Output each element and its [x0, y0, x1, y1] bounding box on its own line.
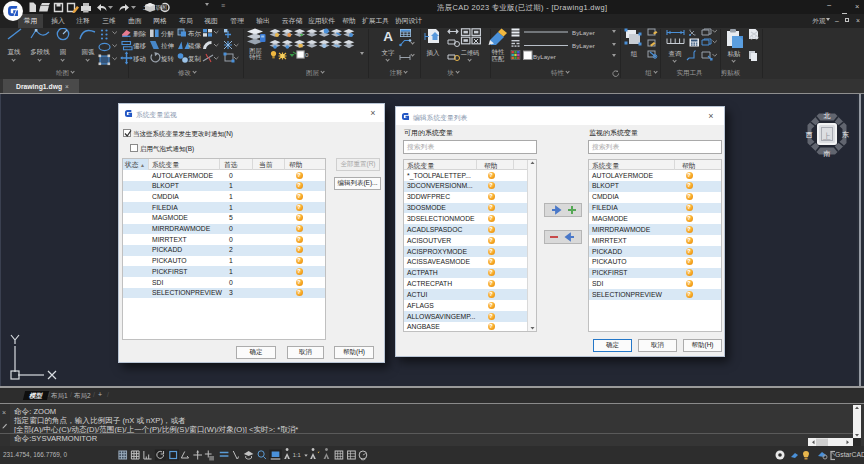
svg-text:南: 南	[824, 150, 831, 157]
svg-text:1:1: 1:1	[293, 452, 301, 458]
svg-text:上: 上	[822, 132, 831, 141]
svg-text:西: 西	[806, 131, 813, 139]
svg-text:北: 北	[824, 112, 831, 120]
svg-text:东: 东	[842, 131, 849, 138]
